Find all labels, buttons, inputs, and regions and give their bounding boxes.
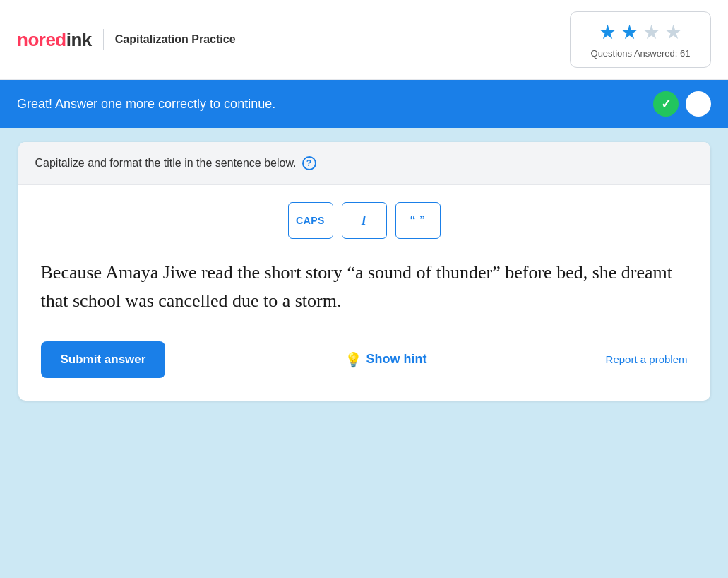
star-1: ★ (599, 20, 616, 44)
check-icon: ✓ (653, 91, 679, 117)
italic-button[interactable]: I (342, 202, 387, 239)
header-divider (103, 29, 104, 50)
report-problem-button[interactable]: Report a problem (606, 353, 688, 365)
caps-button[interactable]: CAPS (288, 202, 333, 239)
page-title: Capitalization Practice (115, 33, 236, 46)
show-hint-label: Show hint (366, 352, 427, 367)
empty-circle-icon (686, 91, 711, 117)
help-icon[interactable]: ? (302, 156, 316, 170)
page-wrapper: noredink Capitalization Practice ★ ★ ★ ★… (0, 0, 728, 578)
questions-answered: Questions Answered: 61 (591, 48, 691, 59)
main-card: Capitalize and format the title in the s… (18, 142, 710, 401)
show-hint-button[interactable]: 💡 Show hint (345, 351, 427, 368)
formatting-toolbar: CAPS I “ ” (41, 202, 688, 239)
submit-answer-button[interactable]: Submit answer (41, 341, 166, 378)
logo-ink: ink (66, 29, 92, 50)
instruction-text: Capitalize and format the title in the s… (35, 157, 297, 170)
logo: noredink (17, 29, 92, 51)
progress-widget: ★ ★ ★ ★ Questions Answered: 61 (570, 11, 711, 68)
instruction-row: Capitalize and format the title in the s… (18, 142, 710, 185)
sentence-text[interactable]: Because Amaya Jiwe read the short story … (41, 259, 688, 316)
progress-banner: Great! Answer one more correctly to cont… (0, 80, 728, 128)
star-2: ★ (621, 20, 638, 44)
header: noredink Capitalization Practice ★ ★ ★ ★… (0, 0, 728, 80)
quotes-button[interactable]: “ ” (395, 202, 441, 239)
banner-message: Great! Answer one more correctly to cont… (17, 97, 275, 112)
stars-row: ★ ★ ★ ★ (599, 20, 682, 44)
card-body: CAPS I “ ” Because Amaya Jiwe read the s… (18, 185, 710, 401)
star-3: ★ (643, 20, 660, 44)
logo-red: red (39, 29, 66, 50)
header-left: noredink Capitalization Practice (17, 29, 236, 51)
bottom-actions: Submit answer 💡 Show hint Report a probl… (41, 341, 688, 378)
banner-icons: ✓ (653, 91, 711, 117)
star-4: ★ (664, 20, 682, 44)
logo-no: no (17, 29, 39, 50)
hint-icon: 💡 (345, 351, 362, 368)
